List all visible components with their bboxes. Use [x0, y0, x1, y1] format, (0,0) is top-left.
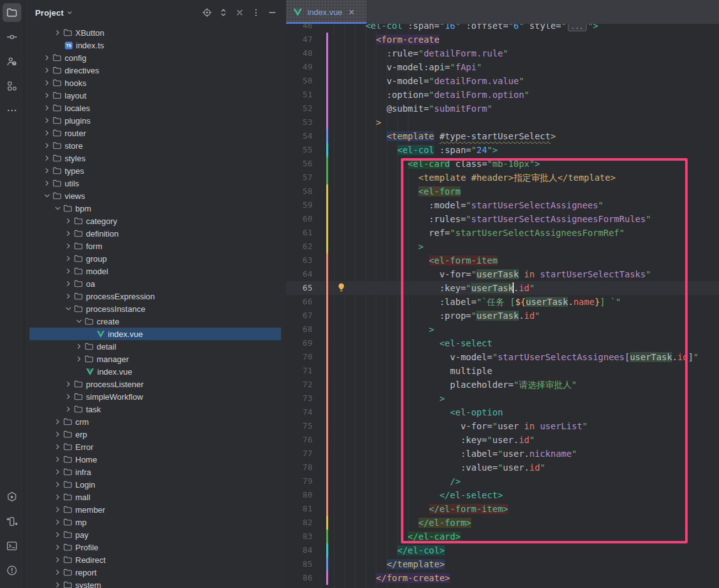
panel-action-expand-selector[interactable] [216, 5, 231, 20]
code-line-64[interactable]: 64 v-for="userTask in startUserSelectTas… [286, 267, 719, 281]
tree-item-Redirect[interactable]: Redirect [24, 553, 286, 566]
line-number[interactable]: 70 [286, 350, 312, 364]
chevron-collapsed-icon[interactable] [53, 517, 63, 527]
code-line-54[interactable]: 54 <template #type-startUserSelect> [286, 129, 719, 143]
line-number[interactable]: 77 [286, 447, 312, 461]
tree-item-XButton[interactable]: XButton [24, 26, 286, 39]
line-number[interactable]: 56 [286, 157, 312, 171]
code-line-83[interactable]: 83 </el-card> [286, 530, 719, 543]
chevron-collapsed-icon[interactable] [53, 530, 63, 540]
line-number[interactable]: 55 [286, 143, 312, 157]
chevron-collapsed-icon[interactable] [63, 266, 73, 276]
line-number[interactable]: 66 [286, 295, 312, 309]
code-line-81[interactable]: 81 </el-form-item> [286, 502, 719, 516]
code-line-80[interactable]: 80 </el-select> [286, 488, 719, 502]
chevron-collapsed-icon[interactable] [53, 417, 63, 427]
chevron-collapsed-icon[interactable] [63, 241, 73, 251]
tree-item-bpm[interactable]: bpm [24, 202, 286, 215]
chevron-collapsed-icon[interactable] [53, 580, 63, 588]
tree-item-report[interactable]: report [24, 566, 286, 579]
line-number[interactable]: 75 [286, 419, 312, 433]
line-number[interactable]: 52 [286, 102, 312, 115]
line-number[interactable]: 53 [286, 115, 312, 129]
code-line-50[interactable]: 50 v-model="detailForm.value" [286, 74, 719, 88]
tree-item-index.vue[interactable]: index.vue [24, 365, 286, 378]
chevron-collapsed-icon[interactable] [42, 115, 52, 126]
chevron-collapsed-icon[interactable] [53, 28, 63, 38]
code-line-71[interactable]: 71 multiple [286, 364, 719, 378]
tree-item-Home[interactable]: Home [24, 453, 286, 466]
line-number[interactable]: 54 [286, 129, 312, 143]
chevron-collapsed-icon[interactable] [53, 429, 63, 439]
line-number[interactable]: 82 [286, 516, 312, 530]
tree-item-locales[interactable]: locales [24, 102, 286, 114]
tree-item-infra[interactable]: infra [24, 466, 286, 478]
code-line-85[interactable]: 85 </template> [286, 557, 719, 571]
chevron-collapsed-icon[interactable] [63, 216, 73, 226]
tree-item-directives[interactable]: directives [24, 64, 286, 77]
code-line-70[interactable]: 70 v-model="startUserSelectAssignees[use… [286, 350, 719, 364]
line-number[interactable]: 86 [286, 571, 312, 585]
code-line-77[interactable]: 77 :label="user.nickname" [286, 447, 719, 461]
code-line-76[interactable]: 76 :key="user.id" [286, 433, 719, 447]
tree-item-types[interactable]: types [24, 164, 286, 177]
tree-item-group[interactable]: group [24, 252, 286, 265]
tool-button-problems[interactable] [3, 561, 21, 580]
chevron-collapsed-icon[interactable] [63, 279, 73, 289]
tree-item-Error[interactable]: Error [24, 441, 286, 453]
chevron-collapsed-icon[interactable] [53, 542, 63, 552]
code-line-52[interactable]: 52 @submit="submitForm" [286, 102, 719, 115]
tool-button-terminal[interactable] [3, 537, 21, 555]
tool-button-code-review[interactable]: ? [3, 52, 21, 71]
code-line-73[interactable]: 73 > [286, 392, 719, 405]
tree-item-store[interactable]: store [24, 139, 286, 152]
code-line-57[interactable]: 57 <template #header>指定审批人</template> [286, 171, 719, 184]
code-line-53[interactable]: 53 > [286, 115, 719, 129]
chevron-collapsed-icon[interactable] [53, 442, 63, 452]
code-line-59[interactable]: 59 :model="startUserSelectAssignees" [286, 198, 719, 212]
tree-item-router[interactable]: router [24, 127, 286, 139]
tool-button-project-folder[interactable] [3, 3, 21, 22]
chevron-collapsed-icon[interactable] [74, 354, 84, 364]
tree-item-plugins[interactable]: plugins [24, 114, 286, 127]
line-number[interactable]: 58 [286, 184, 312, 198]
code-line-75[interactable]: 75 v-for="user in userList" [286, 419, 719, 433]
chevron-collapsed-icon[interactable] [53, 492, 63, 502]
code-line-55[interactable]: 55 <el-col :span="24"> [286, 143, 719, 157]
code-line-63[interactable]: 63 <el-form-item [286, 254, 719, 267]
code-line-72[interactable]: 72 placeholder="请选择审批人" [286, 378, 719, 392]
line-number[interactable]: 67 [286, 309, 312, 323]
tree-item-mp[interactable]: mp [24, 516, 286, 528]
line-number[interactable]: 81 [286, 502, 312, 516]
line-number[interactable]: 51 [286, 88, 312, 102]
chevron-collapsed-icon[interactable] [74, 341, 84, 351]
chevron-collapsed-icon[interactable] [42, 65, 52, 75]
tree-item-index.vue[interactable]: index.vue [24, 328, 286, 340]
tree-item-category[interactable]: category [24, 215, 286, 227]
tree-item-processListener[interactable]: processListener [24, 378, 286, 390]
line-number[interactable]: 84 [286, 543, 312, 557]
chevron-collapsed-icon[interactable] [63, 228, 73, 238]
tree-item-simpleWorkflow[interactable]: simpleWorkflow [24, 390, 286, 403]
tree-item-Login[interactable]: Login [24, 478, 286, 491]
line-number[interactable]: 79 [286, 474, 312, 488]
tool-button-services[interactable] [3, 512, 21, 531]
code-line-51[interactable]: 51 :option="detailForm.option" [286, 88, 719, 102]
chevron-collapsed-icon[interactable] [63, 291, 73, 301]
code-line-79[interactable]: 79 /> [286, 474, 719, 488]
code-line-61[interactable]: 61 ref="startUserSelectAssigneesFormRef" [286, 226, 719, 240]
line-number[interactable]: 50 [286, 74, 312, 88]
tree-item-create[interactable]: create [24, 315, 286, 328]
chevron-expanded-icon[interactable] [53, 203, 63, 213]
code-line-84[interactable]: 84 </el-col> [286, 543, 719, 557]
tree-item-config[interactable]: config [24, 51, 286, 64]
code-line-69[interactable]: 69 <el-select [286, 336, 719, 350]
tree-item-model[interactable]: model [24, 265, 286, 277]
code-line-60[interactable]: 60 :rules="startUserSelectAssigneesFormR… [286, 212, 719, 226]
tree-item-erp[interactable]: erp [24, 428, 286, 441]
tree-item-manager[interactable]: manager [24, 353, 286, 365]
line-number[interactable]: 69 [286, 336, 312, 350]
tree-item-Profile[interactable]: Profile [24, 541, 286, 553]
chevron-collapsed-icon[interactable] [42, 53, 52, 63]
line-number[interactable]: 59 [286, 198, 312, 212]
